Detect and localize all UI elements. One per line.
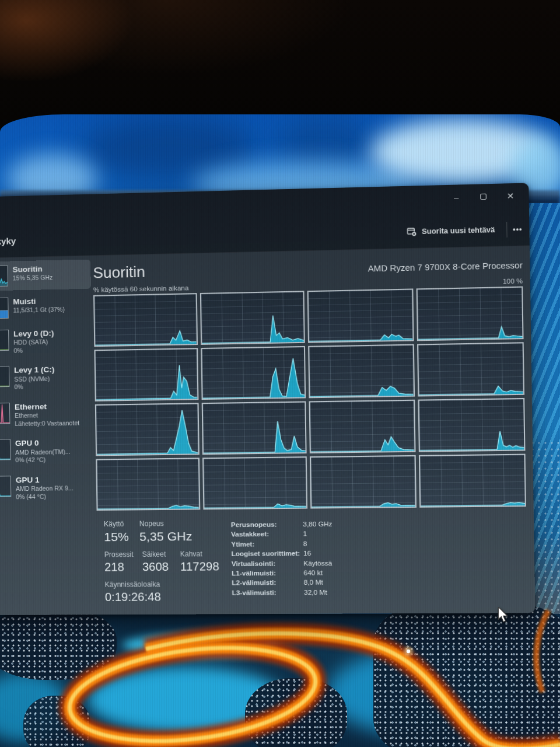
sidebar-item-title: Levy 0 (D:) [13,329,54,339]
detail-stat-value: Käytössä [303,558,332,568]
detail-stat-label: Ytimet: [231,539,303,549]
cpu-core-graph-LP4 [94,348,198,402]
sidebar-item-title: GPU 0 [15,438,71,448]
big-stats-row: Käyttö15%Nopeus5,35 GHz [104,519,228,544]
cpu-thumbnail-graph [0,266,8,287]
cpu-core-graph-LP6 [308,344,415,399]
detail-stat-row: L3-välimuisti:32,0 Mt [232,588,333,598]
sidebar-item-title: Levy 1 (C:) [14,365,55,375]
mouse-cursor [497,607,509,626]
stat-s-ikeet: Säikeet3608 [142,550,175,574]
stat-value: 5,35 GHz [139,529,192,544]
detail-stat-value: 1 [303,529,307,539]
sidebar-item-gpu1[interactable]: GPU 1AMD Radeon RX 9...0% (44 °C) [0,471,94,505]
sidebar-item-ethernet[interactable]: EthernetEthernetLähetetty:0 Vastaanotet [0,397,93,432]
cpu-core-graph-LP8 [95,403,200,456]
stat-label: Käyttö [104,520,134,529]
sidebar-item-subtitle: 0% [13,346,54,355]
cpu-panel-title: Suoritin [93,264,145,280]
sidebar-item-subtitle: HDD (SATA) [13,338,54,347]
detail-stat-value: 8 [303,539,307,549]
maximize-button[interactable] [470,187,497,206]
detail-stat-row: Ytimet:8 [231,539,332,549]
sidebar-item-cpu[interactable]: Suoritin15% 5,35 GHz [0,259,91,291]
sidebar-item-memory[interactable]: Muisti11,5/31,1 Gt (37%) [0,292,92,323]
sidebar-item-title: Suoritin [12,264,52,275]
detail-stat-row: L1-välimuisti:640 kt [232,568,333,578]
detail-stat-label: L1-välimuisti: [232,568,304,578]
sidebar-item-subtitle: AMD Radeon RX 9... [16,484,74,493]
detail-stat-row: Virtualisointi:Käytössä [232,558,333,568]
uptime-block: Käynnissäoloaika 0:19:26:48 [104,580,228,604]
cpu-panel: Suoritin AMD Ryzen 7 9700X 8-Core Proces… [93,246,528,615]
maximize-icon [480,194,487,200]
cpu-core-graph-LP15 [418,454,526,508]
detail-stat-row: Vastakkeet:1 [231,529,332,539]
detail-stats-column: Perusnopeus:3,80 GHzVastakkeet:1Ytimet:8… [231,518,334,603]
minimize-button[interactable]: – [443,188,470,207]
detail-stat-value: 32,0 Mt [304,588,327,598]
stat-prosessit: Prosessit218 [104,550,136,574]
detail-stat-row: Loogiset suorittimet:16 [231,549,332,559]
cpu-core-graph-LP2 [307,288,414,343]
more-options-button[interactable]: ••• [507,219,528,240]
sidebar-item-subtitle: 0% (44 °C) [16,493,74,501]
sidebar-item-disk1[interactable]: Levy 1 (C:)SSD (NVMe)0% [0,361,93,396]
cpu-core-graph-LP13 [202,456,308,509]
stat-value: 3608 [142,560,174,574]
stat-k-ytt-: Käyttö15% [104,520,134,544]
gpu1-thumbnail-graph [0,476,11,497]
ethernet-thumbnail-graph [0,403,10,424]
photo-of-monitor: –✕ kyky Suorita uusi tehtävä [0,0,560,747]
cpu-core-graph-LP5 [201,346,306,400]
logical-processor-graphs [93,287,526,511]
detail-stat-label: Loogiset suorittimet: [231,549,303,559]
sidebar-item-disk0[interactable]: Levy 0 (D:)HDD (SATA)0% [0,324,92,359]
cpu-core-graph-LP10 [309,400,416,453]
sidebar-item-subtitle: 0% (42 °C) [15,456,71,465]
detail-stat-label: Vastakkeet: [231,529,303,540]
sidebar-item-subtitle: SSD (NVMe) [14,375,55,383]
gpu0-thumbnail-graph [0,439,10,460]
sidebar-item-subtitle: 11,5/31,1 Gt (37%) [13,306,65,315]
sidebar-item-title: Ethernet [15,402,79,412]
stat-value: 15% [104,530,134,544]
window-content: Suoritin15% 5,35 GHzMuisti11,5/31,1 Gt (… [0,246,535,615]
sidebar-item-subtitle: Lähetetty:0 Vastaanotet [15,419,79,428]
sidebar-item-title: Muisti [13,296,65,307]
cpu-core-graph-LP7 [416,342,524,396]
cpu-stats: Käyttö15%Nopeus5,35 GHz Prosessit218Säik… [97,516,528,604]
stat-value: 117298 [180,560,219,574]
sidebar-item-subtitle: AMD Radeon(TM)... [15,448,71,456]
disk0-thumbnail-graph [0,330,9,351]
sidebar-item-title: GPU 1 [16,475,74,485]
stat-label: Prosessit [104,550,136,558]
cpu-core-graph-LP9 [201,401,307,455]
disk1-thumbnail-graph [0,366,9,387]
window-controls: –✕ [443,187,524,207]
page-title-suorituskyky: kyky [0,236,16,246]
detail-stat-value: 3,80 GHz [303,519,332,529]
run-new-task-button[interactable]: Suorita uusi tehtävä [400,219,501,242]
memory-thumbnail-graph [0,298,9,319]
sidebar-item-subtitle: 15% 5,35 GHz [13,274,53,282]
detail-stat-value: 16 [303,549,311,558]
sidebar-item-gpu0[interactable]: GPU 0AMD Radeon(TM)...0% (42 °C) [0,434,93,469]
stat-value: 218 [104,560,136,574]
stat-label: Säikeet [142,550,174,558]
close-button[interactable]: ✕ [496,187,524,205]
sidebar-item-subtitle: 0% [14,383,55,392]
graph-max-label: 100 % [503,277,523,285]
detail-stat-value: 640 kt [303,568,323,578]
cpu-core-graph-LP1 [200,291,305,345]
cpu-core-graph-LP3 [416,287,524,341]
detail-stat-label: L3-välimuisti: [232,588,304,598]
stat-kahvat: Kahvat117298 [180,550,219,574]
detail-stat-label: Perusnopeus: [231,519,303,530]
cpu-core-graph-LP12 [96,458,200,511]
detail-stat-value: 8,0 Mt [304,578,323,588]
cpu-core-graph-LP11 [418,398,526,452]
cpu-core-graph-LP14 [310,455,416,509]
task-manager-window: –✕ kyky Suorita uusi tehtävä [0,183,535,615]
mid-stats-row: Prosessit218Säikeet3608Kahvat117298 [104,550,228,574]
